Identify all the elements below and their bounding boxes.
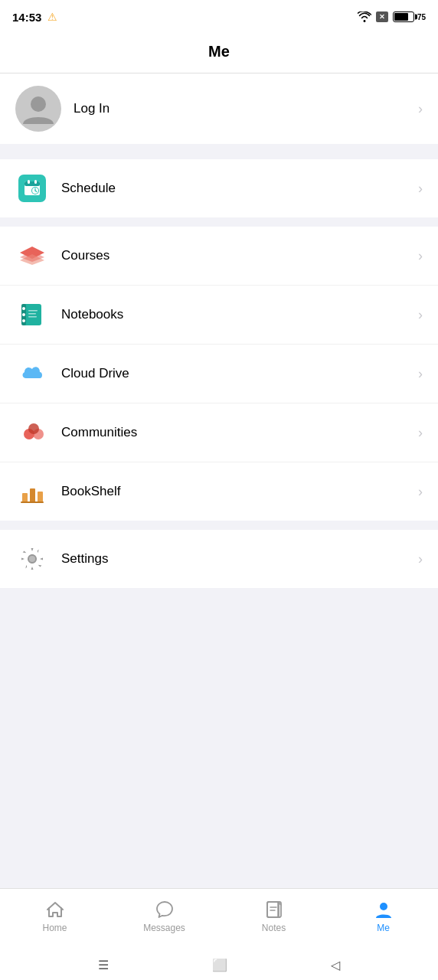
content-area: Log In › Schedule (0, 74, 438, 888)
communities-icon-container (15, 416, 49, 449)
svg-rect-3 (25, 181, 40, 186)
schedule-section: Schedule › (0, 159, 438, 217)
avatar (15, 86, 61, 132)
nav-menu-icon[interactable]: ☰ (98, 958, 109, 972)
svg-rect-4 (28, 180, 30, 184)
bookshelf-icon-container (15, 475, 49, 508)
messages-nav-label: Messages (143, 923, 185, 933)
status-left: 14:53 ⚠ (12, 11, 57, 24)
battery-indicator: 75 (393, 11, 426, 22)
schedule-icon-container (15, 172, 49, 205)
svg-rect-27 (21, 501, 44, 503)
gray-area (0, 590, 438, 704)
svg-rect-30 (267, 902, 279, 917)
courses-chevron-icon: › (418, 248, 423, 264)
menu-item-notebooks[interactable]: Notebooks › (0, 286, 438, 345)
settings-chevron-icon: › (418, 551, 423, 567)
menu-item-courses[interactable]: Courses › (0, 227, 438, 286)
svg-rect-24 (22, 493, 28, 502)
system-nav-bar: ☰ ⬜ ◁ (0, 949, 438, 980)
svg-point-17 (22, 319, 25, 322)
login-chevron-icon: › (418, 101, 423, 117)
schedule-icon (18, 175, 46, 202)
svg-rect-5 (34, 180, 37, 184)
svg-point-23 (28, 423, 39, 434)
svg-point-28 (29, 556, 35, 562)
settings-icon-container (15, 542, 49, 576)
nav-item-messages[interactable]: Messages (110, 900, 219, 933)
svg-rect-19 (28, 313, 36, 315)
menu-item-bookshelf[interactable]: BookShelf › (0, 462, 438, 521)
bottom-nav: Home Messages Notes Me (0, 888, 438, 949)
status-bar: 14:53 ⚠ ✕ 75 (0, 0, 438, 34)
battery-text: 75 (417, 13, 426, 21)
nav-item-me[interactable]: Me (328, 900, 438, 933)
warning-icon: ⚠ (47, 11, 57, 23)
home-icon (45, 900, 65, 920)
avatar-icon (20, 90, 57, 127)
notebooks-icon (18, 301, 46, 328)
menu-item-schedule[interactable]: Schedule › (0, 159, 438, 217)
svg-rect-25 (30, 488, 35, 502)
page-title-bar: Me (0, 34, 438, 74)
section-divider-1 (0, 152, 438, 159)
courses-icon (18, 242, 46, 270)
notes-nav-label: Notes (262, 923, 286, 933)
svg-point-16 (22, 313, 25, 316)
notebooks-chevron-icon: › (418, 307, 423, 323)
courses-label: Courses (61, 248, 418, 263)
login-label: Log In (74, 101, 418, 116)
cloud-drive-chevron-icon: › (418, 366, 423, 382)
communities-icon (18, 419, 46, 446)
me-nav-label: Me (377, 923, 390, 933)
svg-rect-20 (28, 316, 37, 318)
menu-item-settings[interactable]: Settings › (0, 530, 438, 588)
cloud-drive-label: Cloud Drive (61, 366, 418, 381)
schedule-label: Schedule (61, 181, 418, 196)
cloud-drive-icon-container (15, 357, 49, 390)
notes-icon (264, 900, 284, 920)
section-divider-3 (0, 522, 438, 530)
notebooks-icon-container (15, 298, 49, 332)
nav-back-icon[interactable]: ◁ (331, 958, 340, 972)
wifi-icon (358, 11, 371, 22)
nav-item-notes[interactable]: Notes (219, 900, 328, 933)
nav-home-icon[interactable]: ⬜ (212, 958, 227, 972)
svg-rect-26 (38, 492, 43, 502)
section-divider-2 (0, 219, 438, 227)
messages-icon (155, 900, 175, 920)
communities-label: Communities (61, 425, 418, 440)
status-right: ✕ 75 (358, 11, 426, 22)
cloud-drive-icon (18, 360, 46, 387)
svg-rect-18 (28, 310, 38, 312)
status-time: 14:53 (12, 11, 41, 24)
settings-section: Settings › (0, 530, 438, 588)
main-menu-section: Courses › Notebooks (0, 227, 438, 521)
communities-chevron-icon: › (418, 425, 423, 441)
x-badge-icon: ✕ (376, 11, 388, 22)
courses-icon-container (15, 239, 49, 273)
schedule-chevron-icon: › (418, 181, 423, 197)
bookshelf-chevron-icon: › (418, 484, 423, 500)
login-section: Log In › (0, 74, 438, 144)
svg-point-15 (22, 307, 25, 310)
login-row[interactable]: Log In › (0, 74, 438, 144)
nav-item-home[interactable]: Home (0, 900, 110, 933)
svg-point-33 (380, 903, 387, 910)
me-icon (374, 900, 394, 920)
menu-item-cloud-drive[interactable]: Cloud Drive › (0, 345, 438, 403)
svg-point-0 (31, 96, 46, 112)
bookshelf-icon (18, 478, 46, 505)
bookshelf-label: BookShelf (61, 484, 418, 499)
menu-item-communities[interactable]: Communities › (0, 403, 438, 462)
notebooks-label: Notebooks (61, 307, 418, 322)
settings-label: Settings (61, 551, 418, 567)
home-nav-label: Home (42, 923, 67, 933)
page-title: Me (208, 43, 230, 60)
settings-icon (18, 545, 46, 573)
